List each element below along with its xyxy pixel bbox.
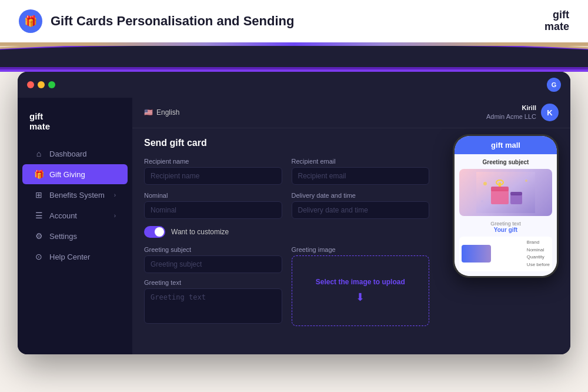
upload-text: Select the image to upload — [316, 278, 405, 286]
phone-gift-label: Your gift — [459, 227, 552, 233]
card-nominal: Nominal — [527, 247, 550, 254]
image-upload-area[interactable]: Select the image to upload ⬇ — [292, 255, 430, 326]
svg-rect-2 — [491, 187, 509, 191]
recipient-name-input[interactable] — [144, 167, 282, 185]
sidebar-item-help-center[interactable]: ⊙ Help Center — [22, 247, 128, 267]
traffic-lights — [27, 81, 55, 88]
nav-left: ⚙ Settings — [34, 231, 77, 241]
logo-mate-text: mate — [544, 21, 569, 33]
form-group-recipient-email: Recipient email — [292, 158, 430, 185]
phone-card-area: Brand Nominal Quantity Use before — [459, 237, 552, 271]
form-group-delivery: Delivery date and time — [292, 192, 430, 219]
svg-point-7 — [483, 182, 487, 185]
sidebar-item-dashboard[interactable]: ⌂ Dashboard — [22, 144, 128, 164]
user-role-company: Admin Acme LLC — [486, 112, 536, 121]
flag-icon: 🇺🇸 — [144, 108, 153, 117]
sidebar-item-account[interactable]: ☰ Account › — [22, 205, 128, 225]
phone-header: gift mall — [455, 136, 557, 154]
phone-card-logo — [462, 245, 491, 263]
gear-icon: ⚙ — [34, 231, 44, 241]
minimize-button[interactable] — [38, 81, 45, 88]
delivery-input[interactable] — [292, 201, 430, 219]
sidebar-item-benefits-system[interactable]: ⊞ Benefits System › — [22, 185, 128, 205]
customize-toggle-row: Want to customize — [144, 226, 429, 238]
sidebar-item-label: Account — [49, 211, 77, 220]
sidebar-logo-text: gift mate — [29, 112, 121, 131]
main-content: 🇺🇸 English Kirill Admin Acme LLC K — [132, 98, 570, 354]
svg-rect-5 — [510, 194, 522, 204]
form-area: Send gift card Recipient name Recipient … — [132, 128, 441, 354]
nav-left: ⌂ Dashboard — [34, 149, 87, 158]
form-group-nominal: Nominal — [144, 192, 282, 219]
page-title: Gift Cards Personalisation and Sending — [51, 14, 294, 29]
card-quantity: Quantity — [527, 254, 550, 261]
header-left: 🎁 Gift Cards Personalisation and Sending — [19, 9, 294, 33]
phone-greeting-subject: Greeting subject — [459, 159, 552, 165]
recipient-email-input[interactable] — [292, 167, 430, 185]
phone-device: gift mall Greeting subject — [453, 134, 559, 278]
form-title: Send gift card — [144, 138, 429, 148]
sidebar-logo: gift mate — [18, 107, 132, 143]
sidebar: gift mate ⌂ Dashboard 🎁 Gift Giving — [18, 98, 132, 354]
browser-profile-icon[interactable]: G — [547, 78, 561, 92]
svg-rect-1 — [491, 190, 509, 204]
nav-left: 🎁 Gift Giving — [34, 170, 85, 179]
delivery-label: Delivery date and time — [292, 192, 430, 199]
form-group-recipient-name: Recipient name — [144, 158, 282, 185]
help-icon: ⊙ — [34, 252, 44, 261]
sidebar-item-label: Help Center — [49, 253, 90, 261]
close-button[interactable] — [27, 81, 34, 88]
customize-toggle[interactable] — [144, 226, 165, 238]
form-group-greeting-subject: Greeting subject — [144, 246, 282, 273]
greeting-text-input[interactable] — [144, 288, 282, 324]
nav-left: ⊙ Help Center — [34, 252, 90, 261]
upload-icon: ⬇ — [356, 291, 365, 304]
phone-preview-area: gift mall Greeting subject — [441, 128, 570, 354]
chevron-right-icon: › — [114, 192, 116, 198]
svg-point-8 — [525, 180, 527, 182]
language-label: English — [156, 108, 179, 117]
sidebar-item-settings[interactable]: ⚙ Settings — [22, 226, 128, 246]
phone-logo: gift mall — [462, 141, 550, 150]
nav-left: ☰ Account — [34, 211, 77, 220]
user-details: Kirill Admin Acme LLC — [486, 104, 536, 122]
svg-rect-6 — [510, 192, 522, 195]
user-avatar[interactable]: K — [541, 104, 559, 121]
card-use-before: Use before — [527, 261, 550, 269]
nav-left: ⊞ Benefits System — [34, 190, 105, 200]
app-layout: gift mate ⌂ Dashboard 🎁 Gift Giving — [18, 98, 570, 354]
language-selector[interactable]: 🇺🇸 English — [144, 108, 179, 117]
recipient-name-label: Recipient name — [144, 158, 282, 165]
phone-body: Greeting subject — [455, 154, 557, 276]
nominal-input[interactable] — [144, 201, 282, 219]
header-logo: gift mate — [544, 9, 569, 33]
form-group-greeting-text: Greeting text — [144, 279, 282, 326]
logo-gift-text: gift — [553, 9, 569, 21]
gift-image-svg — [476, 172, 535, 213]
user-info: Kirill Admin Acme LLC K — [486, 104, 559, 122]
sidebar-item-label: Benefits System — [49, 191, 105, 200]
sidebar-item-label: Settings — [49, 232, 77, 241]
greeting-image-label: Greeting image — [292, 246, 430, 253]
sidebar-item-gift-giving[interactable]: 🎁 Gift Giving — [22, 164, 128, 184]
phone-screen: gift mall Greeting subject — [455, 136, 557, 276]
user-name: Kirill — [486, 104, 536, 112]
customize-left: Greeting subject Greeting text — [144, 246, 282, 326]
phone-greeting-text-label: Greeting text — [459, 221, 552, 227]
card-brand: Brand — [527, 239, 550, 247]
chevron-right-icon: › — [114, 212, 116, 219]
form-row-recipient: Recipient name Recipient email — [144, 158, 429, 185]
browser-titlebar: G — [18, 72, 570, 98]
customize-section: Greeting subject Greeting text Greeting … — [144, 246, 429, 326]
header-icon: 🎁 — [19, 9, 42, 33]
account-icon: ☰ — [34, 211, 44, 220]
home-icon: ⌂ — [34, 149, 44, 158]
browser-window: G gift mate ⌂ Dashboard 🎁 — [18, 72, 570, 354]
main-body: Send gift card Recipient name Recipient … — [132, 128, 570, 354]
sidebar-item-label: Dashboard — [49, 150, 87, 158]
greeting-text-label: Greeting text — [144, 279, 282, 286]
phone-gift-image — [459, 169, 552, 216]
greeting-subject-input[interactable] — [144, 255, 282, 273]
gift-icon: 🎁 — [34, 170, 44, 179]
maximize-button[interactable] — [48, 81, 55, 88]
